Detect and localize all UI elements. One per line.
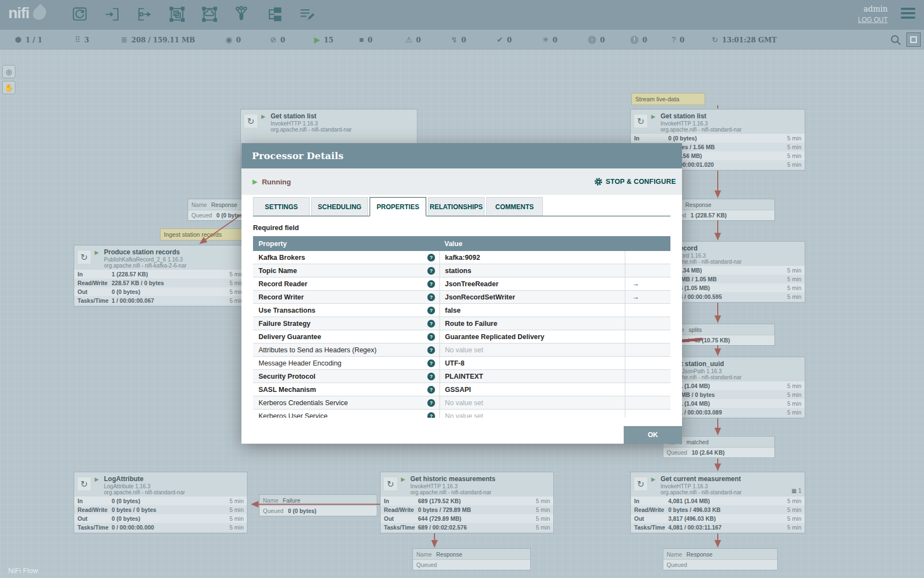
nifi-logo-text: nifi	[8, 4, 29, 22]
ok-button[interactable]: OK	[624, 426, 682, 444]
running-icon: ▶	[651, 476, 656, 482]
help-icon[interactable]: ?	[427, 307, 435, 314]
tab-scheduling[interactable]: SCHEDULING	[311, 197, 368, 216]
component-toolbar	[70, 4, 316, 24]
processor-icon: ↻	[634, 477, 648, 491]
canvas-settings-button[interactable]	[906, 32, 921, 47]
processor-log-attribute[interactable]: ↻ ▶ LogAttribute LogAttribute 1.16.3 org…	[74, 472, 248, 533]
help-icon[interactable]: ?	[427, 333, 435, 341]
running-status-icon: ▶	[252, 178, 257, 186]
table-row[interactable]: Record Writer? JsonRecordSetWriter →	[253, 291, 670, 304]
logout-link[interactable]: LOG OUT	[858, 16, 888, 24]
connection-failure[interactable]: NameFailure Queued0 (0 bytes)	[259, 494, 377, 516]
cluster-nodes-count: 1 / 1	[25, 36, 42, 44]
tab-relationships[interactable]: RELATIONSHIPS	[428, 197, 485, 216]
remote-process-group-tool-icon[interactable]	[200, 4, 219, 24]
properties-table: Property Value Kafka Brokers? kafka:9092…	[253, 236, 670, 418]
properties-table-header: Property Value	[253, 236, 670, 251]
table-row[interactable]: Attributes to Send as Headers (Regex)? N…	[253, 343, 670, 357]
stale-icon: ↑	[588, 36, 596, 44]
up-to-date-icon: ✔	[497, 35, 503, 44]
table-row[interactable]: Record Reader? JsonTreeReader →	[253, 277, 670, 291]
running-icon: ▶	[261, 113, 266, 119]
sync-failure-icon: ?	[672, 35, 676, 44]
table-row[interactable]: Kafka Brokers? kafka:9092	[253, 251, 670, 264]
funnel-tool-icon[interactable]	[233, 4, 251, 24]
dialog-status-row: ▶ Running STOP & CONFIGURE	[241, 168, 682, 195]
help-icon[interactable]: ?	[427, 267, 435, 275]
running-icon: ▶	[95, 249, 99, 255]
help-icon[interactable]: ?	[427, 293, 435, 301]
table-row[interactable]: Kerberos User Service? No value set	[253, 410, 670, 418]
process-group-tool-icon[interactable]	[168, 4, 186, 24]
table-row[interactable]: SASL Mechanism? GSSAPI	[253, 383, 670, 396]
queued-icon: ≣	[121, 35, 128, 44]
active-threads-count: 3	[84, 36, 89, 44]
nifi-logo: nifi	[8, 4, 46, 22]
tab-settings[interactable]: SETTINGS	[253, 197, 310, 216]
flow-label-ingest-station-records[interactable]: Ingest station records	[160, 228, 248, 241]
processor-icon: ↻	[77, 250, 91, 264]
search-icon[interactable]	[890, 34, 902, 46]
threads-grid-icon: ▦	[791, 488, 796, 494]
cluster-nodes-icon: ⬢	[15, 35, 21, 44]
stop-and-configure-button[interactable]: STOP & CONFIGURE	[594, 168, 676, 195]
help-icon[interactable]: ?	[427, 373, 435, 380]
table-row[interactable]: Security Protocol? PLAINTEXT	[253, 370, 670, 383]
dialog-title: Processor Details	[252, 150, 344, 161]
processor-icon: ↻	[634, 114, 648, 128]
connection-response-bottom-right[interactable]: NameResponse Queued	[663, 548, 778, 570]
template-tool-icon[interactable]	[265, 4, 284, 24]
help-icon[interactable]: ?	[427, 399, 435, 407]
queued-count: 208 / 159.11 MB	[131, 36, 195, 44]
go-to-service-icon[interactable]: →	[632, 293, 639, 301]
processor-details-dialog: Processor Details ▶ Running STOP & CONFI…	[241, 143, 682, 444]
menu-icon[interactable]	[901, 8, 915, 21]
help-icon[interactable]: ?	[427, 254, 435, 261]
running-icon: ▶	[401, 476, 405, 482]
help-icon[interactable]: ?	[427, 280, 435, 288]
flow-status-bar: ⬢1 / 1 ⠿3 ≣208 / 159.11 MB ◉0 ⊘0 ▶15 ■0 …	[0, 30, 924, 50]
refresh-icon[interactable]: ↻	[712, 35, 718, 44]
breadcrumb[interactable]: NiFi Flow	[8, 566, 38, 575]
help-icon[interactable]: ?	[427, 320, 435, 328]
table-row[interactable]: Failure Strategy? Route to Failure	[253, 317, 670, 330]
help-icon[interactable]: ?	[427, 386, 435, 394]
hand-icon[interactable]: ✋	[2, 81, 15, 94]
running-count: 15	[324, 36, 333, 44]
table-row[interactable]: Message Header Encoding? UTF-8	[253, 357, 670, 370]
tab-properties[interactable]: PROPERTIES	[370, 197, 426, 216]
running-icon: ▶	[651, 113, 656, 119]
connection-response-bottom-mid[interactable]: NameResponse Queued	[413, 548, 531, 570]
processor-tool-icon[interactable]	[70, 4, 89, 24]
processor-icon: ↻	[383, 477, 398, 491]
running-icon: ▶	[314, 35, 320, 44]
processor-icon: ↻	[77, 477, 91, 491]
required-field-note: Required field	[253, 224, 670, 232]
help-icon[interactable]: ?	[427, 412, 435, 418]
focus-icon[interactable]: ◎	[2, 65, 15, 78]
processor-icon: ↻	[244, 114, 258, 128]
input-port-tool-icon[interactable]	[103, 4, 122, 24]
label-tool-icon[interactable]	[298, 4, 316, 24]
not-transmitting-icon: ⊘	[270, 35, 277, 44]
table-row[interactable]: Topic Name? stations	[253, 264, 670, 277]
output-port-tool-icon[interactable]	[135, 4, 154, 24]
disabled-icon: ↯	[451, 35, 458, 44]
flow-label-stream-live-data[interactable]: Stream live-data	[631, 93, 705, 105]
tab-comments[interactable]: COMMENTS	[486, 197, 543, 216]
processor-get-current-measurement[interactable]: ↻ ▶ Get current measurement InvokeHTTP 1…	[630, 472, 805, 533]
value-column-header: Value	[439, 240, 625, 248]
table-row[interactable]: Delivery Guarantee? Guarantee Replicated…	[253, 330, 670, 343]
processor-get-historic-measurements[interactable]: ↻ ▶ Get historic measurements InvokeHTTP…	[380, 472, 554, 533]
go-to-service-icon[interactable]: →	[632, 280, 639, 288]
active-thread-badge: ▦1	[791, 488, 801, 494]
dialog-tabs: SETTINGS SCHEDULING PROPERTIES RELATIONS…	[253, 197, 670, 216]
table-row[interactable]: Kerberos Credentials Service? No value s…	[253, 396, 670, 410]
table-row[interactable]: Use Transactions? false	[253, 304, 670, 317]
running-icon: ▶	[95, 476, 99, 482]
processor-produce-station-records[interactable]: ↻ ▶ Produce station records PublishKafka…	[74, 245, 248, 307]
help-icon[interactable]: ?	[427, 346, 435, 354]
locally-modified-icon: ✳	[542, 35, 549, 44]
help-icon[interactable]: ?	[427, 359, 435, 367]
